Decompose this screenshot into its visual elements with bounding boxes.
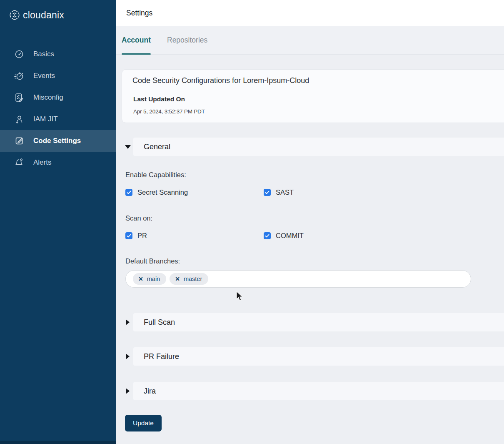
caret-right-icon <box>126 388 130 394</box>
sidebar-nav: Basics Events Misconfig IAM JIT Code Set… <box>0 43 116 173</box>
default-branches-label: Default Branches: <box>125 257 180 265</box>
commit-checkbox-item[interactable]: COMMIT <box>264 232 304 240</box>
branch-chip-label: master <box>184 276 202 282</box>
branch-chip-master: ✕ master <box>170 273 208 285</box>
checkbox-checked-icon[interactable] <box>125 232 132 239</box>
bell-icon <box>14 158 24 168</box>
enable-capabilities-label: Enable Capabilities: <box>125 171 186 179</box>
secret-scanning-checkbox-item[interactable]: Secret Scanning <box>125 188 188 196</box>
default-branches-input[interactable]: ✕ main ✕ master <box>125 270 471 288</box>
last-updated-label: Last Updated On <box>133 95 185 103</box>
checkbox-label: COMMIT <box>276 232 304 240</box>
caret-right-icon <box>126 319 130 325</box>
brand-logo: cloudanix <box>8 8 64 22</box>
gauge-icon <box>14 49 24 59</box>
accordion-band <box>133 347 504 366</box>
sidebar: cloudanix Basics Events Misconfig IAM JI… <box>0 0 116 444</box>
last-updated-value: Apr 5, 2024, 3:52:37 PM PDT <box>133 108 205 115</box>
pr-checkbox-item[interactable]: PR <box>125 232 147 240</box>
update-button[interactable]: Update <box>125 415 162 431</box>
sidebar-item-misconfig[interactable]: Misconfig <box>0 87 116 108</box>
scan-on-label: Scan on: <box>125 214 152 222</box>
branch-chip-label: main <box>147 276 160 282</box>
tab-account[interactable]: Account <box>122 26 151 54</box>
sidebar-item-label: IAM JIT <box>33 115 58 123</box>
sast-checkbox-item[interactable]: SAST <box>264 188 294 196</box>
sidebar-item-label: Basics <box>33 50 54 58</box>
accordion-general[interactable]: General <box>116 138 504 156</box>
caret-down-icon <box>125 145 131 149</box>
person-add-icon <box>14 114 24 124</box>
accordion-band <box>133 138 504 156</box>
accordion-title: PR Failure <box>144 352 179 361</box>
sidebar-item-label: Misconfig <box>33 93 63 102</box>
main-content: Settings Account Repositories Code Secur… <box>116 0 504 444</box>
edit-note-icon <box>14 136 24 146</box>
topbar: Settings <box>116 0 504 26</box>
checkbox-label: PR <box>137 232 147 240</box>
accordion-jira[interactable]: Jira <box>116 382 504 400</box>
checklist-icon <box>14 93 24 103</box>
sidebar-item-events[interactable]: Events <box>0 65 116 87</box>
checkbox-label: SAST <box>276 188 294 196</box>
sidebar-item-code-settings[interactable]: Code Settings <box>0 130 116 152</box>
sidebar-item-basics[interactable]: Basics <box>0 43 116 65</box>
accordion-band <box>133 382 504 400</box>
branch-chip-main: ✕ main <box>133 273 166 285</box>
accordion-title: Full Scan <box>144 318 175 327</box>
sidebar-bottom-strip <box>0 441 116 444</box>
card-title: Code Security Configurations for Lorem-I… <box>132 76 309 85</box>
stopwatch-icon <box>14 71 24 81</box>
accordion-full-scan[interactable]: Full Scan <box>116 313 504 331</box>
accordion-title: General <box>144 143 170 151</box>
caret-right-icon <box>126 354 130 359</box>
tab-repositories[interactable]: Repositories <box>167 26 207 54</box>
checkbox-checked-icon[interactable] <box>125 189 132 196</box>
cloudanix-logo-icon <box>8 8 21 22</box>
remove-branch-icon[interactable]: ✕ <box>175 276 180 282</box>
mouse-cursor <box>235 291 245 304</box>
sidebar-item-label: Code Settings <box>33 137 81 145</box>
checkbox-checked-icon[interactable] <box>264 232 271 239</box>
accordion-title: Jira <box>144 387 156 396</box>
sidebar-item-iam-jit[interactable]: IAM JIT <box>0 108 116 130</box>
tabs-bar: Account Repositories <box>116 26 504 55</box>
remove-branch-icon[interactable]: ✕ <box>138 276 143 282</box>
page-title: Settings <box>126 9 152 18</box>
sidebar-item-label: Events <box>33 72 55 80</box>
sidebar-item-alerts[interactable]: Alerts <box>0 152 116 173</box>
accordion-band <box>133 313 504 331</box>
checkbox-label: Secret Scanning <box>137 188 188 196</box>
code-security-summary-card: Code Security Configurations for Lorem-I… <box>122 69 504 123</box>
checkbox-checked-icon[interactable] <box>264 189 271 196</box>
sidebar-item-label: Alerts <box>33 158 51 167</box>
brand-name: cloudanix <box>23 10 64 21</box>
accordion-pr-failure[interactable]: PR Failure <box>116 347 504 366</box>
